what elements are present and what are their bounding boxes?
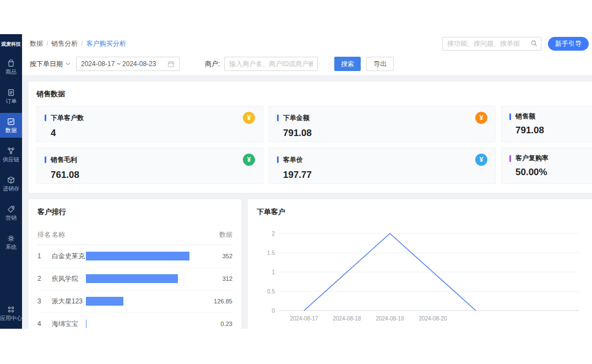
rank-number: 3 (37, 297, 52, 305)
topbar-right: 新手引导 (442, 37, 589, 51)
row-value: 126.85 (197, 298, 232, 305)
customer-name: 海绵宝宝 (52, 319, 86, 329)
sidebar-item-app-center[interactable]: 应用中心 (0, 301, 22, 325)
value-bar (86, 319, 86, 328)
stat-card-header: 销售额 (509, 112, 592, 121)
date-type-label: 按下单日期 (30, 59, 63, 69)
global-search-input[interactable] (442, 37, 541, 51)
rank-number: 2 (37, 275, 52, 282)
inventory-icon (7, 176, 15, 184)
stat-value: 4 (45, 128, 255, 139)
sidebar-bottom: 应用中心 (0, 301, 22, 325)
app-window: 观麦科技 商品订单数据供应链进销存营销系统 应用中心 数据/销售分析/客户购买分… (0, 34, 592, 329)
rank-column-header: 排名 (37, 230, 52, 240)
data-chart-icon (7, 117, 15, 126)
order-customers-title: 下单客户 (257, 207, 583, 217)
value-bar (86, 297, 123, 306)
sidebar-item-label: 进销存 (3, 186, 19, 192)
sidebar-item-marketing[interactable]: 营销 (0, 200, 22, 225)
stat-value: 50.00% (509, 167, 592, 178)
svg-text:2024-08-19: 2024-08-19 (376, 316, 404, 322)
bar-track (86, 297, 189, 306)
yuan-coin-icon: ¥ (243, 154, 255, 166)
row-value: 312 (197, 275, 232, 282)
sidebar-item-label: 营销 (6, 215, 17, 221)
search-icon[interactable] (530, 40, 538, 47)
filter-bar: 按下单日期 2024-08-17 ~ 2024-08-23 商户: 搜索 导 (22, 53, 592, 75)
name-column-header: 名称 (52, 230, 197, 240)
sidebar-item-inventory[interactable]: 进销存 (0, 171, 22, 196)
stat-card-sales-amount: 销售额791.08 (501, 106, 592, 142)
stat-label: 客户复购率 (515, 154, 548, 163)
breadcrumb-item[interactable]: 销售分析 (51, 39, 78, 48)
apps-grid-icon (7, 305, 15, 314)
stat-card-header: 客户复购率 (509, 154, 592, 163)
global-search (442, 37, 541, 51)
breadcrumb: 数据/销售分析/客户购买分析 (30, 39, 126, 48)
breadcrumb-item[interactable]: 数据 (30, 39, 43, 48)
svg-text:1: 1 (271, 269, 275, 275)
sidebar-item-supply-chain[interactable]: 供应链 (0, 142, 22, 167)
stat-accent-bar (509, 155, 511, 162)
date-range-value: 2024-08-17 ~ 2024-08-23 (81, 60, 156, 68)
stat-card-header: 销售毛利¥ (45, 154, 255, 166)
topbar: 数据/销售分析/客户购买分析 新手引导 (22, 34, 592, 53)
export-button[interactable]: 导出 (366, 57, 394, 71)
search-button[interactable]: 搜索 (334, 57, 361, 71)
goods-icon (7, 59, 15, 68)
rank-number: 1 (37, 252, 52, 260)
customer-ranking-title: 客户排行 (37, 207, 232, 217)
customer-name: 白金史莱克 (52, 252, 86, 261)
sidebar-item-label: 供应链 (3, 157, 19, 162)
sidebar-item-data[interactable]: 数据 (0, 113, 22, 138)
sidebar-item-system[interactable]: 系统 (0, 230, 22, 254)
ranking-table-header: 排名 名称 数据 (37, 224, 232, 245)
chevron-down-icon (66, 62, 70, 66)
svg-text:2024-08-18: 2024-08-18 (333, 316, 361, 322)
stat-value: 761.08 (45, 170, 255, 181)
stat-card-gross-profit: 销售毛利¥761.08 (36, 148, 263, 184)
svg-text:2024-08-20: 2024-08-20 (419, 316, 447, 322)
value-bar (86, 274, 178, 283)
sidebar-item-label: 系统 (6, 245, 17, 250)
stat-card-order-amount: 下单金额¥791.08 (269, 106, 496, 142)
bar-track (86, 319, 189, 328)
date-range-input[interactable]: 2024-08-17 ~ 2024-08-23 (76, 57, 180, 71)
stat-label: 销售额 (515, 112, 535, 121)
value-column-header: 数据 (197, 230, 232, 240)
sidebar-nav: 商品订单数据供应链进销存营销系统 (0, 55, 22, 254)
merchant-input[interactable] (224, 57, 318, 71)
bar-track (86, 252, 189, 260)
stat-value: 791.08 (277, 128, 487, 139)
svg-text:1.5: 1.5 (267, 250, 275, 256)
ranking-rows: 1白金史莱克3522疾风学院3123派大星123126.854海绵宝宝0.23 (37, 245, 232, 329)
orders-icon (7, 88, 15, 97)
guide-button[interactable]: 新手引导 (548, 37, 589, 51)
stat-value: 791.08 (509, 125, 592, 136)
marketing-icon (7, 205, 15, 214)
rank-number: 4 (37, 320, 52, 328)
stat-card-header: 下单金额¥ (277, 112, 487, 124)
app-logo: 观麦科技 (1, 34, 21, 55)
svg-text:0.5: 0.5 (267, 289, 275, 295)
gear-icon (7, 234, 15, 243)
stat-label: 下单客户数 (51, 113, 84, 123)
sidebar-item-goods[interactable]: 商品 (0, 55, 22, 79)
sidebar-item-label: 应用中心 (0, 316, 22, 321)
sidebar: 观麦科技 商品订单数据供应链进销存营销系统 应用中心 (0, 34, 22, 329)
svg-text:2024-08-17: 2024-08-17 (290, 316, 318, 322)
date-type-dropdown[interactable]: 按下单日期 (30, 59, 70, 69)
sidebar-item-label: 订单 (6, 99, 17, 104)
sidebar-item-orders[interactable]: 订单 (0, 84, 22, 108)
main-area: 数据/销售分析/客户购买分析 新手引导 按下单日期 (22, 34, 592, 329)
breadcrumb-item: 客户购买分析 (86, 39, 126, 48)
stat-grid: 下单客户数¥4下单金额¥791.08销售额791.08销售毛利¥761.08客单… (36, 106, 592, 184)
stat-card-header: 下单客户数¥ (45, 112, 255, 124)
sales-data-title: 销售数据 (36, 89, 592, 99)
order-customers-chart: 00.511.522024-08-172024-08-182024-08-192… (257, 224, 583, 329)
yuan-coin-icon: ¥ (243, 112, 255, 124)
stat-label: 销售毛利 (51, 155, 77, 165)
customer-ranking-card: 客户排行 排名 名称 数据 1白金史莱克3522疾风学院3123派大星12312… (29, 199, 241, 329)
page: 观麦科技 商品订单数据供应链进销存营销系统 应用中心 数据/销售分析/客户购买分… (0, 0, 592, 364)
ranking-row: 3派大星123126.85 (37, 290, 232, 313)
